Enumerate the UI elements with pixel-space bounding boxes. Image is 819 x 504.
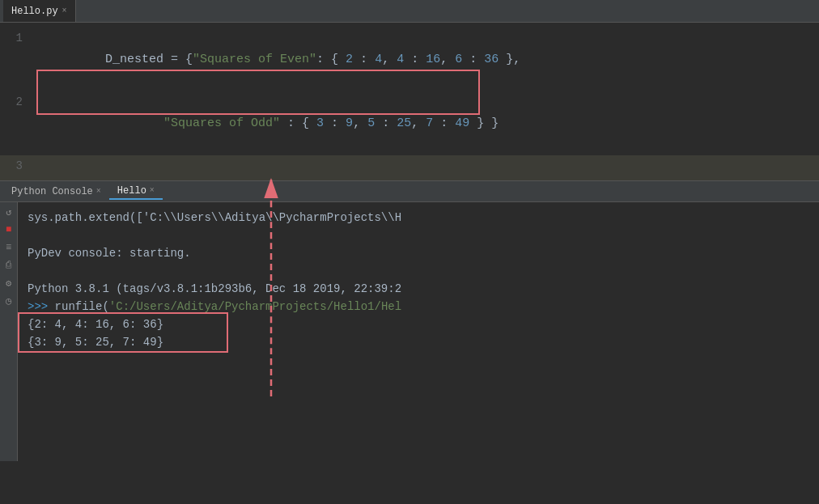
console-line-blank1 [28,227,809,244]
code-line-3: 3 print(D_nested["Squares of Even"]) [0,155,819,180]
console-sidebar: ↺ ■ ≡ ⎙ ⚙ ◷ [0,202,18,461]
app-container: Hello.py × 1 D_nested = {"Squares of Eve… [0,0,819,504]
hello-tab-close[interactable]: × [150,186,155,195]
line-content-2: "Squares of Odd" : { 3 : 9, 5 : 25, 7 : … [32,92,499,155]
tab-hello[interactable]: Hello × [109,184,163,200]
rerun-icon[interactable]: ↺ [2,205,15,218]
line-content-1: D_nested = {"Squares of Even": { 2 : 4, … [32,28,520,91]
code-line-1: 1 D_nested = {"Squares of Even": { 2 : 4… [0,28,819,91]
line-content-3: print(D_nested["Squares of Even"]) [32,156,382,180]
line-number-2: 2 [0,91,32,112]
tab-filename: Hello.py [11,6,58,17]
print-icon[interactable]: ⎙ [2,259,15,272]
python-console-close[interactable]: × [96,187,101,196]
console-tab-bar: Python Console × Hello × [0,181,819,202]
stop-icon[interactable]: ■ [2,223,15,236]
file-tab[interactable]: Hello.py × [3,0,76,22]
gear-icon[interactable]: ⚙ [2,277,15,290]
console-line-runfile: >>> runfile('C:/Users/Aditya/PycharmProj… [28,298,809,316]
console-main: ↺ ■ ≡ ⎙ ⚙ ◷ sys.path.extend(['C:\\Users\… [0,202,819,461]
console-line-output1: {2: 4, 4: 16, 6: 36} [28,316,809,333]
runfile-text: runfile( [55,300,109,313]
hello-tab-label: Hello [117,185,146,197]
console-line-blank2 [28,262,809,280]
console-line-python-version: Python 3.8.1 (tags/v3.8.1:1b293b6, Dec 1… [28,280,809,298]
line-number-1: 1 [0,28,32,49]
list-icon[interactable]: ≡ [2,241,15,254]
code-lines: 1 D_nested = {"Squares of Even": { 2 : 4… [0,23,819,180]
clock-icon[interactable]: ◷ [2,294,15,307]
line-number-3: 3 [0,155,32,176]
console-output: sys.path.extend(['C:\\Users\\Aditya\\Pyc… [18,202,819,461]
python-console-label: Python Console [11,186,93,197]
console-line-output2: {3: 9, 5: 25, 7: 49} [28,333,809,351]
tab-bar: Hello.py × [0,0,819,23]
runfile-path: 'C:/Users/Aditya/PycharmProjects/Hello1/… [109,300,401,313]
console-line-syspath: sys.path.extend(['C:\\Users\\Aditya\\Pyc… [28,209,809,227]
console-section: Python Console × Hello × ↺ ■ ≡ ⎙ ⚙ ◷ sys… [0,180,819,461]
code-line-2: 2 "Squares of Odd" : { 3 : 9, 5 : 25, 7 … [0,91,819,155]
tab-close-icon[interactable]: × [62,6,67,15]
code-editor: 1 D_nested = {"Squares of Even": { 2 : 4… [0,23,819,180]
tab-python-console[interactable]: Python Console × [3,184,109,199]
console-line-pydev: PyDev console: starting. [28,244,809,262]
prompt-arrow-icon: >>> [28,300,55,313]
